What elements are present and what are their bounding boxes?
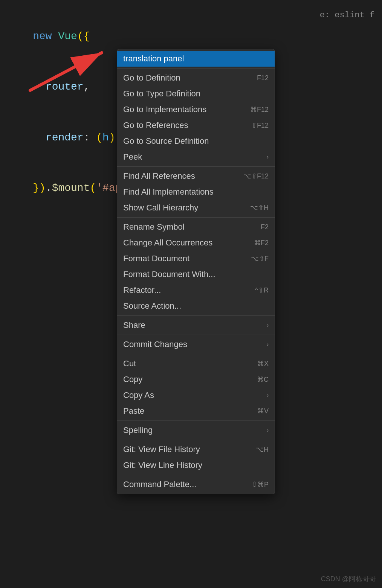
menu-item-commit-changes[interactable]: Commit Changes› bbox=[117, 337, 275, 352]
separator-sep3 bbox=[117, 217, 275, 218]
menu-label-go-to-implementations: Go to Implementations bbox=[123, 105, 243, 114]
menu-shortcut-refactor: ^⇧R bbox=[255, 286, 269, 294]
menu-label-go-to-definition: Go to Definition bbox=[123, 73, 249, 83]
menu-item-go-to-references[interactable]: Go to References⇧F12 bbox=[117, 117, 275, 133]
menu-label-cut: Cut bbox=[123, 359, 250, 369]
menu-shortcut-git-view-file-history: ⌥H bbox=[256, 445, 269, 454]
menu-label-share: Share bbox=[123, 320, 263, 330]
menu-item-cut[interactable]: Cut⌘X bbox=[117, 356, 275, 372]
menu-item-go-to-implementations[interactable]: Go to Implementations⌘F12 bbox=[117, 102, 275, 117]
menu-label-format-document: Format Document bbox=[123, 254, 243, 264]
menu-shortcut-paste: ⌘V bbox=[257, 407, 269, 415]
menu-shortcut-show-call-hierarchy: ⌥⇧H bbox=[250, 204, 269, 212]
chevron-icon-commit-changes: › bbox=[267, 341, 269, 348]
menu-label-spelling: Spelling bbox=[123, 425, 263, 435]
menu-item-go-to-type-definition[interactable]: Go to Type Definition bbox=[117, 86, 275, 102]
menu-item-share[interactable]: Share› bbox=[117, 317, 275, 333]
menu-item-go-to-source-definition[interactable]: Go to Source Definition bbox=[117, 133, 275, 149]
menu-item-show-call-hierarchy[interactable]: Show Call Hierarchy⌥⇧H bbox=[117, 200, 275, 216]
separator-sep6 bbox=[117, 354, 275, 354]
context-menu: translation panelGo to DefinitionF12Go t… bbox=[117, 49, 275, 494]
separator-sep7 bbox=[117, 420, 275, 421]
eslint-hint: e: eslint f bbox=[320, 11, 374, 20]
menu-item-copy[interactable]: Copy⌘C bbox=[117, 372, 275, 387]
menu-item-format-document[interactable]: Format Document⌥⇧F bbox=[117, 251, 275, 267]
separator-sep9 bbox=[117, 475, 275, 475]
menu-item-paste[interactable]: Paste⌘V bbox=[117, 403, 275, 419]
menu-label-command-palette: Command Palette... bbox=[123, 480, 244, 489]
separator-sep4 bbox=[117, 315, 275, 316]
menu-label-git-view-line-history: Git: View Line History bbox=[123, 460, 269, 470]
menu-label-paste: Paste bbox=[123, 406, 250, 416]
menu-label-commit-changes: Commit Changes bbox=[123, 340, 263, 349]
menu-label-translation-panel: translation panel bbox=[123, 54, 269, 64]
menu-label-copy: Copy bbox=[123, 375, 249, 384]
separator-sep2 bbox=[117, 166, 275, 167]
chevron-icon-peek: › bbox=[267, 154, 269, 160]
menu-item-peek[interactable]: Peek› bbox=[117, 149, 275, 165]
menu-label-refactor: Refactor... bbox=[123, 285, 248, 295]
menu-item-refactor[interactable]: Refactor...^⇧R bbox=[117, 282, 275, 298]
menu-item-copy-as[interactable]: Copy As› bbox=[117, 387, 275, 403]
menu-shortcut-cut: ⌘X bbox=[257, 360, 269, 368]
menu-item-find-all-references[interactable]: Find All References⌥⇧F12 bbox=[117, 168, 275, 184]
separator-sep5 bbox=[117, 335, 275, 335]
menu-shortcut-go-to-references: ⇧F12 bbox=[251, 121, 269, 129]
menu-label-show-call-hierarchy: Show Call Hierarchy bbox=[123, 203, 243, 213]
menu-item-change-all-occurrences[interactable]: Change All Occurrences⌘F2 bbox=[117, 235, 275, 251]
menu-label-format-document-with: Format Document With... bbox=[123, 270, 269, 279]
menu-item-source-action[interactable]: Source Action... bbox=[117, 298, 275, 314]
menu-label-find-all-references: Find All References bbox=[123, 171, 236, 181]
menu-item-go-to-definition[interactable]: Go to DefinitionF12 bbox=[117, 70, 275, 86]
menu-label-go-to-type-definition: Go to Type Definition bbox=[123, 89, 269, 99]
menu-label-go-to-source-definition: Go to Source Definition bbox=[123, 136, 269, 146]
chevron-icon-spelling: › bbox=[267, 427, 269, 434]
separator-sep1 bbox=[117, 68, 275, 69]
menu-shortcut-find-all-references: ⌥⇧F12 bbox=[243, 172, 269, 180]
menu-item-git-view-file-history[interactable]: Git: View File History⌥H bbox=[117, 442, 275, 457]
menu-item-find-all-implementations[interactable]: Find All Implementations bbox=[117, 184, 275, 200]
menu-shortcut-go-to-implementations: ⌘F12 bbox=[250, 105, 269, 114]
menu-label-find-all-implementations: Find All Implementations bbox=[123, 187, 269, 197]
menu-shortcut-command-palette: ⇧⌘P bbox=[252, 480, 269, 489]
menu-label-change-all-occurrences: Change All Occurrences bbox=[123, 238, 246, 248]
menu-shortcut-rename-symbol: F2 bbox=[261, 223, 269, 231]
menu-item-translation-panel[interactable]: translation panel bbox=[117, 51, 275, 67]
menu-shortcut-go-to-definition: F12 bbox=[257, 74, 269, 82]
menu-shortcut-copy: ⌘C bbox=[257, 375, 269, 384]
menu-item-rename-symbol[interactable]: Rename SymbolF2 bbox=[117, 219, 275, 235]
menu-label-peek: Peek bbox=[123, 152, 263, 162]
chevron-icon-share: › bbox=[267, 322, 269, 329]
separator-sep8 bbox=[117, 440, 275, 440]
menu-label-copy-as: Copy As bbox=[123, 390, 263, 400]
menu-label-go-to-references: Go to References bbox=[123, 120, 244, 130]
menu-item-format-document-with[interactable]: Format Document With... bbox=[117, 267, 275, 282]
menu-label-rename-symbol: Rename Symbol bbox=[123, 222, 253, 232]
menu-label-source-action: Source Action... bbox=[123, 301, 269, 311]
menu-item-git-view-line-history[interactable]: Git: View Line History bbox=[117, 457, 275, 473]
watermark: CSDN @阿栋哥哥 bbox=[321, 574, 376, 583]
menu-shortcut-format-document: ⌥⇧F bbox=[251, 254, 269, 263]
menu-item-command-palette[interactable]: Command Palette...⇧⌘P bbox=[117, 477, 275, 492]
chevron-icon-copy-as: › bbox=[267, 392, 269, 399]
menu-label-git-view-file-history: Git: View File History bbox=[123, 445, 248, 454]
menu-shortcut-change-all-occurrences: ⌘F2 bbox=[254, 239, 269, 247]
menu-item-spelling[interactable]: Spelling› bbox=[117, 422, 275, 438]
